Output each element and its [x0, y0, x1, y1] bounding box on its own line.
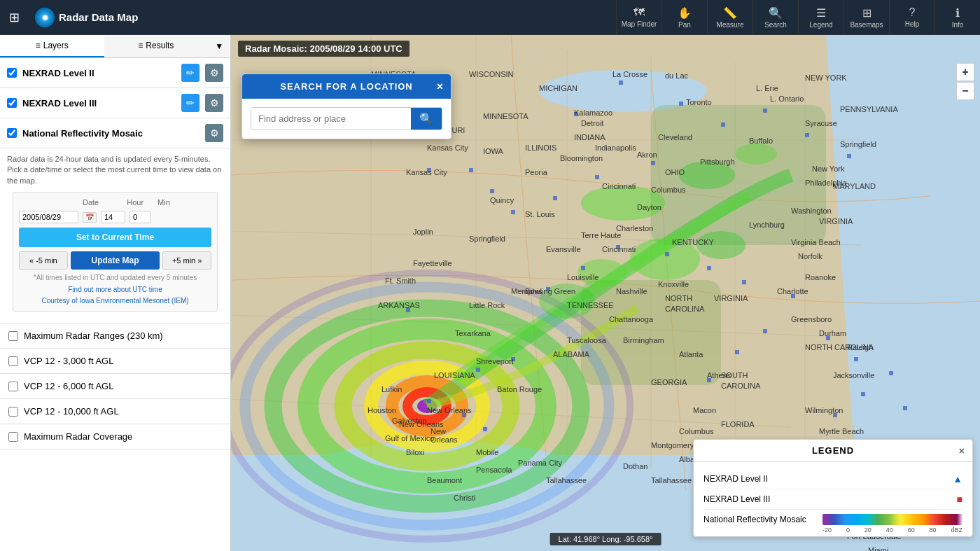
vcp12-3000-checkbox[interactable]	[8, 356, 18, 366]
nexrad-iii-settings-btn[interactable]: ⚙	[205, 94, 223, 112]
vcp12-10000-label[interactable]: VCP 12 - 10,000 ft AGL	[24, 406, 119, 417]
svg-text:Louisville: Louisville	[567, 273, 598, 281]
results-tab-label: Results	[146, 41, 174, 50]
national-mosaic-label[interactable]: National Reflectivity Mosaic	[22, 128, 200, 139]
courtesy-link[interactable]: Courtesy of Iowa Environmental Mesonet (…	[41, 297, 188, 305]
minus5-btn[interactable]: « -5 min	[19, 251, 68, 270]
nav-tool-search[interactable]: 🔍 Search	[752, 0, 798, 35]
dbz-label-20: 20	[864, 526, 872, 533]
nexrad-iii-label[interactable]: NEXRAD Level III	[22, 98, 176, 109]
search-modal-body: 🔍	[242, 99, 451, 139]
layer-vcp12-3000: VCP 12 - 3,000 ft AGL	[0, 349, 230, 374]
dbz-label-minus20: -20	[822, 526, 832, 533]
svg-text:MINNESOTA: MINNESOTA	[483, 112, 528, 120]
svg-text:Panama City: Panama City	[518, 459, 562, 467]
nav-tool-pan[interactable]: ✋ Pan	[662, 0, 707, 35]
svg-text:Greensboro: Greensboro	[791, 315, 832, 323]
svg-text:Norfolk: Norfolk	[798, 252, 822, 260]
nexrad-ii-style-btn[interactable]: ✏	[181, 64, 200, 82]
nexrad-ii-label[interactable]: NEXRAD Level II	[22, 68, 176, 78]
min-label: Min	[158, 198, 170, 207]
calendar-btn[interactable]: 📅	[83, 212, 97, 223]
svg-text:KENTUCKY: KENTUCKY	[672, 238, 715, 246]
nav-tool-mapfinder-label: Map Finder	[622, 20, 657, 28]
svg-text:Quincy: Quincy	[490, 196, 514, 204]
min-input[interactable]	[130, 211, 150, 223]
search-modal-close-btn[interactable]: ×	[437, 81, 444, 93]
datetime-labels-row: Date Hour Min	[19, 198, 211, 207]
hour-input[interactable]	[101, 211, 125, 223]
vcp12-6000-checkbox[interactable]	[8, 382, 18, 391]
tab-results[interactable]: ≡ Results	[104, 35, 209, 57]
nav-tool-mapfinder[interactable]: 🗺 Map Finder	[616, 0, 662, 35]
svg-text:Lynchburg: Lynchburg	[749, 221, 785, 229]
left-panel: ≡ Layers ≡ Results ▼ NEXRAD Level II ✏ ⚙…	[0, 35, 231, 551]
set-current-time-btn[interactable]: Set to Current Time	[19, 228, 211, 247]
search-submit-btn[interactable]: 🔍	[411, 108, 442, 130]
national-mosaic-checkbox[interactable]	[7, 128, 17, 138]
nexrad-iii-style-btn[interactable]: ✏	[181, 94, 200, 112]
layer-nexrad-iii: NEXRAD Level III ✏ ⚙	[0, 88, 230, 118]
svg-text:Texarkana: Texarkana	[455, 329, 491, 337]
date-label: Date	[83, 198, 99, 207]
vcp12-10000-checkbox[interactable]	[8, 407, 18, 417]
nav-tool-measure[interactable]: 📏 Measure	[707, 0, 752, 35]
app-grid-icon[interactable]: ⊞	[0, 10, 28, 25]
svg-text:Biloxi: Biloxi	[406, 448, 424, 456]
zoom-controls: + −	[956, 63, 974, 100]
svg-text:CAROLINA: CAROLINA	[665, 305, 705, 313]
panel-arrow[interactable]: ▼	[208, 35, 230, 57]
svg-rect-45	[469, 168, 473, 172]
legend-row-nexrad-ii: NEXRAD Level II ▲	[704, 469, 962, 489]
legend-dbz-labels: -20 0 20 40 60 80 dBZ	[822, 526, 962, 533]
map-area[interactable]: La Crosse du Lac Toronto Detroit Kalamaz…	[231, 35, 980, 551]
location-search-input[interactable]	[251, 108, 411, 130]
max-radar-ranges-label[interactable]: Maximum Radar Ranges (230 km)	[24, 330, 163, 341]
svg-text:Evansville: Evansville	[546, 245, 581, 253]
legend-close-btn[interactable]: ×	[959, 445, 965, 456]
svg-text:Mobile: Mobile	[476, 448, 498, 456]
svg-text:MICHIGAN: MICHIGAN	[539, 84, 578, 92]
max-coverage-checkbox[interactable]	[8, 432, 18, 442]
national-mosaic-settings-btn[interactable]: ⚙	[205, 124, 223, 142]
tab-layers[interactable]: ≡ Layers	[0, 35, 104, 57]
nav-tool-legend[interactable]: ☰ Legend	[798, 0, 844, 35]
legend-nexrad-ii-icon: ▲	[953, 473, 962, 484]
svg-text:Springfield: Springfield	[469, 235, 505, 243]
svg-text:NEW YORK: NEW YORK	[805, 74, 847, 82]
svg-text:Cincinnati: Cincinnati	[602, 182, 636, 190]
zoom-out-btn[interactable]: −	[956, 82, 974, 100]
max-coverage-label[interactable]: Maximum Radar Coverage	[24, 431, 132, 442]
zoom-in-btn[interactable]: +	[956, 63, 974, 81]
svg-text:Columbus: Columbus	[679, 427, 714, 435]
plus5-btn[interactable]: +5 min »	[162, 251, 211, 270]
svg-text:MARYLAND: MARYLAND	[833, 182, 876, 190]
nav-tool-basemaps[interactable]: ⊞ Basemaps	[844, 0, 889, 35]
svg-text:Dothan: Dothan	[623, 462, 648, 470]
legend-header: LEGEND ×	[694, 440, 972, 462]
svg-text:Pensacola: Pensacola	[476, 466, 512, 474]
svg-rect-38	[805, 133, 809, 137]
svg-text:Kalamazoo: Kalamazoo	[574, 109, 612, 117]
svg-text:Wilmington: Wilmington	[805, 406, 843, 414]
svg-text:Springfield: Springfield	[840, 140, 876, 148]
vcp12-3000-label[interactable]: VCP 12 - 3,000 ft AGL	[24, 356, 113, 366]
nav-tools: 🗺 Map Finder ✋ Pan 📏 Measure 🔍 Search ☰ …	[616, 0, 980, 35]
nexrad-ii-settings-btn[interactable]: ⚙	[205, 64, 223, 82]
svg-text:Cincinnati: Cincinnati	[602, 245, 636, 253]
nav-tool-help[interactable]: ? Help	[889, 0, 934, 35]
update-map-btn[interactable]: Update Map	[71, 251, 160, 270]
svg-text:Tuscaloosa: Tuscaloosa	[567, 336, 607, 344]
svg-text:Lufkin: Lufkin	[382, 385, 402, 393]
max-radar-ranges-checkbox[interactable]	[8, 331, 18, 341]
nexrad-iii-checkbox[interactable]	[7, 98, 17, 108]
nav-tool-pan-label: Pan	[678, 21, 691, 29]
nexrad-ii-checkbox[interactable]	[7, 68, 17, 78]
legend-nav-icon: ☰	[816, 6, 826, 20]
utc-link[interactable]: Find out more about UTC time	[68, 286, 162, 293]
date-input[interactable]	[19, 211, 78, 223]
svg-text:PENNSYLVANIA: PENNSYLVANIA	[840, 105, 898, 113]
vcp12-6000-label[interactable]: VCP 12 - 6,000 ft AGL	[24, 381, 113, 391]
svg-text:IOWA: IOWA	[483, 147, 504, 155]
nav-tool-info[interactable]: ℹ Info	[934, 0, 980, 35]
